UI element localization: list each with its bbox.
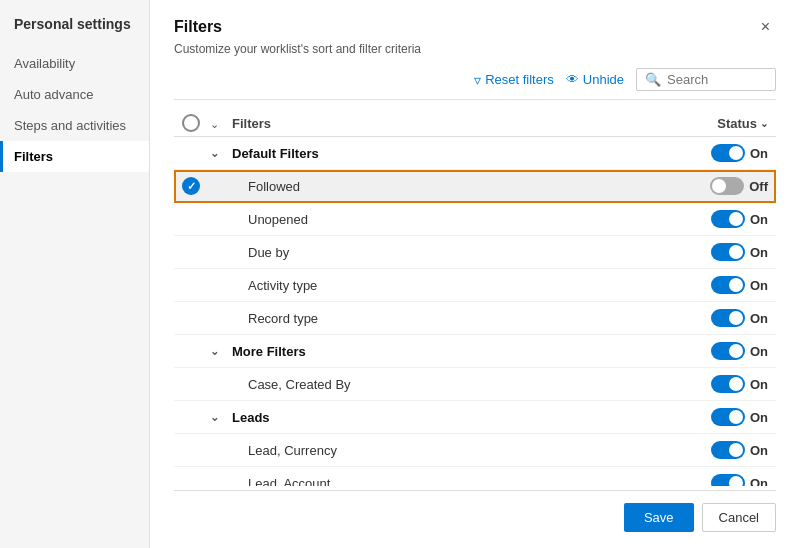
toggle-on-slider[interactable] (711, 408, 745, 426)
col-filters-header: Filters (232, 116, 668, 131)
status-label: Status (717, 116, 757, 131)
toggle-on-slider[interactable] (711, 474, 745, 486)
sidebar-item-filters[interactable]: Filters (0, 141, 149, 172)
dialog-subtitle: Customize your worklist's sort and filte… (174, 42, 776, 56)
expand-col-leads[interactable]: ⌄ (210, 411, 232, 424)
filter-name-lead-currency: Lead, Currency (232, 443, 668, 458)
save-button[interactable]: Save (624, 503, 694, 532)
toggle-lead-currency[interactable]: On (711, 441, 768, 459)
filter-name-more-filters: More Filters (232, 344, 668, 359)
filter-name-due-by: Due by (232, 245, 668, 260)
toggle-on-slider[interactable] (711, 309, 745, 327)
status-col-case-created-by: On (668, 375, 768, 393)
toggle-label-case-created-by: On (750, 377, 768, 392)
status-col-more-filters: On (668, 342, 768, 360)
toggle-on-slider[interactable] (711, 441, 745, 459)
filter-row-lead-currency[interactable]: Lead, CurrencyOn (174, 434, 776, 467)
sidebar-item-auto-advance[interactable]: Auto advance (0, 79, 149, 110)
toggle-label-activity-type: On (750, 278, 768, 293)
toggle-label-default-filters: On (750, 146, 768, 161)
status-col-record-type: On (668, 309, 768, 327)
toggle-label-lead-currency: On (750, 443, 768, 458)
close-button[interactable]: × (755, 16, 776, 38)
chevron-down-icon: ⌄ (210, 147, 219, 160)
chevron-down-icon: ⌄ (210, 345, 219, 358)
unhide-label: Unhide (583, 72, 624, 87)
toggle-lead-account[interactable]: On (711, 474, 768, 486)
toggle-default-filters[interactable]: On (711, 144, 768, 162)
toggle-case-created-by[interactable]: On (711, 375, 768, 393)
filter-row-default-filters[interactable]: ⌄Default FiltersOn (174, 137, 776, 170)
filter-name-leads: Leads (232, 410, 668, 425)
filter-name-followed: Followed (232, 179, 668, 194)
sidebar-title: Personal settings (0, 16, 149, 48)
status-col-lead-account: On (668, 474, 768, 486)
filter-row-more-filters[interactable]: ⌄More FiltersOn (174, 335, 776, 368)
table-header: ⌄ Filters Status ⌄ (174, 110, 776, 137)
sidebar: Personal settings AvailabilityAuto advan… (0, 0, 150, 548)
filter-name-default-filters: Default Filters (232, 146, 668, 161)
clock-icon (182, 114, 200, 132)
filter-name-case-created-by: Case, Created By (232, 377, 668, 392)
sidebar-nav: AvailabilityAuto advanceSteps and activi… (0, 48, 149, 172)
filter-row-record-type[interactable]: Record typeOn (174, 302, 776, 335)
status-col-activity-type: On (668, 276, 768, 294)
toggle-label-lead-account: On (750, 476, 768, 487)
check-col-followed (182, 177, 210, 195)
filter-name-lead-account: Lead, Account (232, 476, 668, 487)
cancel-button[interactable]: Cancel (702, 503, 776, 532)
expand-col-default-filters[interactable]: ⌄ (210, 147, 232, 160)
status-col-default-filters: On (668, 144, 768, 162)
toggle-on-slider[interactable] (711, 342, 745, 360)
toggle-more-filters[interactable]: On (711, 342, 768, 360)
toggle-on-slider[interactable] (711, 144, 745, 162)
status-col-followed: Off (668, 177, 768, 195)
sidebar-item-steps-activities[interactable]: Steps and activities (0, 110, 149, 141)
app-container: Personal settings AvailabilityAuto advan… (0, 0, 800, 548)
toggle-due-by[interactable]: On (711, 243, 768, 261)
unhide-button[interactable]: 👁 Unhide (566, 72, 624, 87)
status-col-leads: On (668, 408, 768, 426)
toggle-label-record-type: On (750, 311, 768, 326)
filter-row-due-by[interactable]: Due byOn (174, 236, 776, 269)
toggle-on-slider[interactable] (711, 210, 745, 228)
funnel-icon: ▿ (474, 72, 481, 88)
toggle-record-type[interactable]: On (711, 309, 768, 327)
toggle-label-more-filters: On (750, 344, 768, 359)
filter-name-unopened: Unopened (232, 212, 668, 227)
sidebar-item-availability[interactable]: Availability (0, 48, 149, 79)
search-box[interactable]: 🔍 (636, 68, 776, 91)
search-icon: 🔍 (645, 72, 661, 87)
toggle-on-slider[interactable] (711, 243, 745, 261)
footer: Save Cancel (174, 490, 776, 532)
status-col-lead-currency: On (668, 441, 768, 459)
dialog-title: Filters (174, 18, 222, 36)
toggle-off-slider[interactable] (710, 177, 744, 195)
toggle-on-slider[interactable] (711, 276, 745, 294)
reset-filters-button[interactable]: ▿ Reset filters (474, 72, 554, 88)
filter-row-case-created-by[interactable]: Case, Created ByOn (174, 368, 776, 401)
header-expand-col: ⌄ (210, 116, 232, 131)
main-content: Filters × Customize your worklist's sort… (150, 0, 800, 548)
toggle-leads[interactable]: On (711, 408, 768, 426)
filters-table: ⌄ Filters Status ⌄ ⌄Default FiltersOnFol… (174, 110, 776, 486)
filter-row-activity-type[interactable]: Activity typeOn (174, 269, 776, 302)
toggle-unopened[interactable]: On (711, 210, 768, 228)
toggle-on-slider[interactable] (711, 375, 745, 393)
col-status-header: Status ⌄ (668, 116, 768, 131)
dialog-header: Filters × (174, 16, 776, 38)
filter-row-leads[interactable]: ⌄LeadsOn (174, 401, 776, 434)
filter-row-followed[interactable]: FollowedOff (174, 170, 776, 203)
toggle-activity-type[interactable]: On (711, 276, 768, 294)
toggle-followed[interactable]: Off (710, 177, 768, 195)
reset-filters-label: Reset filters (485, 72, 554, 87)
search-input[interactable] (667, 72, 767, 87)
expand-col-more-filters[interactable]: ⌄ (210, 345, 232, 358)
status-col-due-by: On (668, 243, 768, 261)
filter-row-unopened[interactable]: UnopenedOn (174, 203, 776, 236)
filter-row-lead-account[interactable]: Lead, AccountOn (174, 467, 776, 486)
filter-rows: ⌄Default FiltersOnFollowedOffUnopenedOnD… (174, 137, 776, 486)
chevron-down-icon: ⌄ (760, 118, 768, 129)
header-check-col (182, 114, 210, 132)
checked-icon (182, 177, 200, 195)
